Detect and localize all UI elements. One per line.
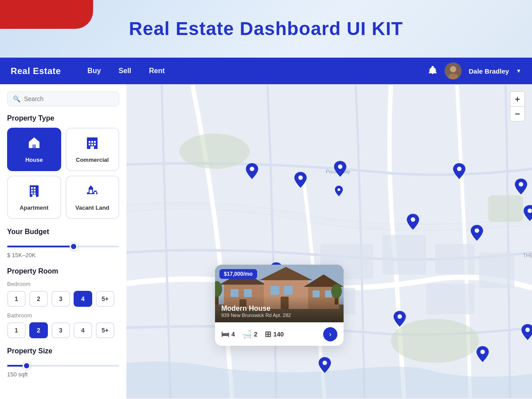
main-area: 🔍 Property Type House — [0, 84, 532, 399]
budget-title: Your Budget — [7, 228, 119, 236]
size-section: Property Size 150 sqft — [7, 347, 119, 378]
bathroom-btn-5[interactable]: 5+ — [96, 322, 114, 338]
size-slider-container — [7, 360, 119, 368]
banner-title: Real Estate Dashboard UI KIT — [129, 18, 403, 39]
prop-type-apartment[interactable]: Apartment — [7, 176, 61, 219]
bell-icon[interactable] — [428, 65, 438, 77]
property-type-title: Property Type — [7, 114, 119, 122]
svg-rect-5 — [89, 141, 90, 143]
map-area: Piscataway THE HEIGHTS SOCIETY VERVIEW M… — [126, 84, 532, 399]
svg-point-47 — [457, 167, 462, 171]
price-badge: $17,000/mo — [219, 269, 257, 279]
svg-rect-15 — [34, 187, 35, 189]
bedroom-btn-4[interactable]: 4 — [74, 291, 92, 307]
svg-point-1 — [450, 66, 456, 72]
bathroom-label: Bathroom — [7, 312, 119, 319]
budget-slider[interactable] — [7, 246, 119, 247]
bed-count: 4 — [231, 331, 235, 338]
svg-rect-33 — [435, 244, 475, 275]
size-count: 140 — [274, 331, 284, 338]
zoom-out-button[interactable]: − — [510, 106, 525, 121]
bedroom-btn-3[interactable]: 3 — [51, 291, 70, 307]
budget-section: Your Budget $ 15K–20K — [7, 228, 119, 258]
bath-icon: 🛁 — [242, 329, 252, 339]
navbar-nav: Buy Sell Rent — [87, 67, 410, 75]
property-room-title: Property Room — [7, 267, 119, 275]
bed-detail: 🛏 4 — [221, 330, 235, 339]
map-controls: + − — [510, 91, 525, 121]
property-type-grid: House Commerc — [7, 128, 119, 219]
bedroom-buttons: 1 2 3 4 5+ — [7, 291, 119, 307]
navbar: Real Estate Buy Sell Rent Dale Bradley ▼ — [0, 58, 532, 84]
prop-type-vacant[interactable]: Vacant Land — [66, 176, 120, 219]
commercial-icon — [85, 136, 99, 153]
size-value-label: 150 sqft — [7, 371, 119, 378]
next-button[interactable]: › — [323, 327, 337, 341]
svg-point-52 — [398, 314, 402, 319]
svg-point-46 — [338, 164, 342, 169]
bathroom-btn-4[interactable]: 4 — [74, 322, 92, 338]
bathroom-btn-1[interactable]: 1 — [7, 322, 26, 338]
prop-type-commercial[interactable]: Commercial — [66, 128, 120, 171]
svg-rect-3 — [32, 145, 36, 148]
top-banner: Real Estate Dashboard UI KIT — [0, 0, 532, 58]
bedroom-btn-5[interactable]: 5+ — [96, 291, 114, 307]
property-img-overlay: Modern House 939 New Brunswick Rd Apt. 2… — [215, 296, 344, 322]
budget-range-label: $ 15K–20K — [7, 252, 119, 258]
nav-rent[interactable]: Rent — [149, 67, 165, 75]
nav-sell[interactable]: Sell — [119, 67, 131, 75]
svg-point-28 — [391, 319, 479, 363]
prop-type-house[interactable]: House — [7, 128, 61, 171]
navbar-brand: Real Estate — [11, 66, 61, 76]
svg-point-49 — [411, 217, 415, 222]
bathroom-buttons: 1 2 3 4 5+ — [7, 322, 119, 338]
search-box[interactable]: 🔍 — [7, 91, 119, 106]
svg-rect-16 — [31, 190, 33, 192]
bathroom-btn-2[interactable]: 2 — [29, 322, 48, 338]
svg-rect-7 — [94, 141, 96, 143]
bedroom-btn-2[interactable]: 2 — [29, 291, 48, 307]
svg-rect-12 — [87, 137, 98, 140]
user-name: Dale Bradley — [469, 67, 509, 75]
svg-point-57 — [481, 350, 485, 354]
svg-rect-10 — [94, 144, 96, 145]
svg-text:THE HEIGHTS: THE HEIGHTS — [523, 253, 532, 258]
search-icon: 🔍 — [13, 95, 20, 102]
svg-rect-17 — [34, 190, 35, 192]
bathroom-btn-3[interactable]: 3 — [51, 322, 70, 338]
bath-count: 2 — [254, 331, 258, 338]
svg-rect-69 — [284, 286, 293, 295]
search-input[interactable] — [24, 95, 113, 102]
zoom-in-button[interactable]: + — [510, 91, 525, 106]
svg-rect-25 — [94, 192, 96, 194]
svg-rect-9 — [91, 144, 93, 145]
size-slider[interactable] — [7, 365, 119, 367]
property-popup-card: $17,000/mo Modern House 939 New Brunswic… — [215, 265, 344, 346]
map-background: Piscataway THE HEIGHTS SOCIETY VERVIEW M… — [126, 84, 532, 399]
svg-point-51 — [475, 228, 479, 233]
svg-point-55 — [528, 208, 532, 213]
svg-rect-6 — [91, 141, 93, 143]
size-detail: ⊞ 140 — [265, 329, 284, 339]
bath-detail: 🛁 2 — [242, 329, 258, 339]
svg-rect-29 — [488, 196, 524, 222]
bedroom-btn-1[interactable]: 1 — [7, 291, 26, 307]
nav-buy[interactable]: Buy — [87, 67, 101, 75]
prop-type-vacant-label: Vacant Land — [75, 204, 110, 211]
property-address-overlay: 939 New Brunswick Rd Apt. 282 — [221, 313, 337, 318]
svg-rect-31 — [382, 235, 426, 275]
dropdown-arrow-icon[interactable]: ▼ — [516, 68, 521, 74]
svg-point-54 — [525, 328, 530, 332]
property-image: $17,000/mo Modern House 939 New Brunswic… — [215, 265, 344, 322]
svg-rect-34 — [479, 253, 515, 288]
navbar-right: Dale Bradley ▼ — [428, 63, 521, 79]
svg-rect-11 — [90, 146, 94, 149]
property-name-overlay: Modern House — [221, 305, 337, 313]
bed-icon: 🛏 — [221, 330, 229, 339]
svg-rect-19 — [34, 192, 35, 194]
room-section: Property Room Bedroom 1 2 3 4 5+ Bathroo… — [7, 267, 119, 338]
bedroom-label: Bedroom — [7, 281, 119, 287]
house-icon — [27, 136, 41, 153]
svg-point-27 — [179, 133, 250, 169]
svg-rect-8 — [89, 144, 90, 145]
